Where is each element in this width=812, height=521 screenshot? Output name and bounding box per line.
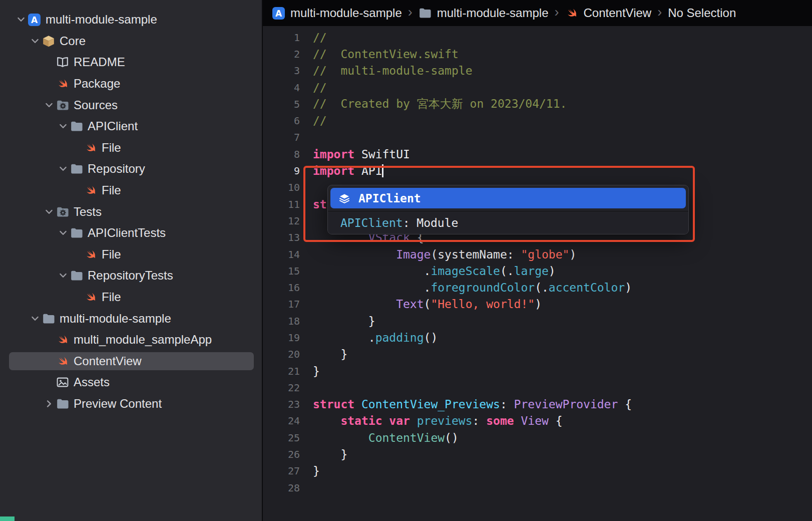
code-token [313,414,340,427]
code-token [313,248,396,261]
chevron-down-icon[interactable] [56,271,70,281]
line-number[interactable]: 14 [263,248,300,260]
sidebar-item-tests[interactable]: Tests [0,201,262,222]
line-number[interactable]: 3 [263,65,300,77]
autocomplete-detail-name: APIClient [340,216,403,229]
sidebar-item-file[interactable]: File [0,244,262,266]
code-token: "Hello, world!" [431,298,535,311]
sidebar-item-assets[interactable]: Assets [0,372,262,393]
corner-artifact [0,516,15,521]
code-token: imageScale [431,265,500,278]
sidebar-item-multi-module-sample[interactable]: multi-module-sample [0,308,262,329]
code-token: previews [417,414,473,427]
line-number[interactable]: 7 [263,131,300,143]
line-number[interactable]: 20 [263,348,300,360]
line-number[interactable]: 21 [263,365,300,377]
sidebar-item-repository[interactable]: Repository [0,158,262,180]
code-text: import SwiftUI [313,148,410,161]
sidebar-item-file[interactable]: File [0,287,262,308]
line-number[interactable]: 15 [263,265,300,277]
code-token: large [514,265,549,278]
module-stack-icon [338,192,350,204]
sidebar-item-core[interactable]: Core [0,31,262,52]
code-token: ( [424,298,431,311]
sidebar-item-label: Tests [74,205,102,219]
sidebar-item-file[interactable]: File [0,137,262,159]
line-number[interactable]: 18 [263,315,300,327]
sidebar-item-sources[interactable]: Sources [0,94,262,116]
line-number[interactable]: 4 [263,82,300,94]
line-number[interactable]: 10 [263,181,300,193]
line-number[interactable]: 1 [263,32,300,44]
line-number[interactable]: 24 [263,415,300,427]
line-number[interactable]: 16 [263,282,300,294]
app-icon: A [272,7,285,20]
line-number[interactable]: 9 [263,165,300,177]
code-token [354,398,361,411]
line-number[interactable]: 25 [263,432,300,444]
swift-icon [84,141,97,154]
sidebar-item-label: File [102,141,121,155]
code-token: API [354,164,382,177]
sidebar-item-file[interactable]: File [0,180,262,201]
code-line: 16 .foregroundColor(.accentColor) [263,279,812,296]
editor-pane[interactable]: Amulti-module-sample›multi-module-sample… [263,0,812,521]
line-number[interactable]: 12 [263,215,300,227]
sidebar-item-apiclienttests[interactable]: APIClientTests [0,222,262,244]
breadcrumb-item-multi-module-sample[interactable]: multi-module-sample [419,6,549,20]
chevron-down-icon[interactable] [42,100,56,110]
sidebar-item-label: multi_module_sampleApp [74,333,212,347]
sidebar-item-label: Sources [74,98,118,112]
code-token: } [313,464,320,477]
code-token: () [424,331,438,344]
sidebar-item-apiclient[interactable]: APIClient [0,116,262,137]
code-token: // ContentView.swift [313,48,459,61]
breadcrumb-item-no-selection[interactable]: No Selection [668,6,736,20]
code-editor[interactable]: 1//2// ContentView.swift3// multi-module… [263,26,812,521]
sidebar-item-label: APIClientTests [88,226,166,240]
autocomplete-option-apiclient[interactable]: APIClient [330,188,686,208]
code-token: . [313,281,431,294]
chevron-down-icon[interactable] [56,228,70,238]
sidebar-item-readme[interactable]: README [0,52,262,73]
code-token: import [313,148,354,161]
chevron-down-icon[interactable] [28,314,42,324]
sidebar-item-repositorytests[interactable]: RepositoryTests [0,265,262,287]
line-number[interactable]: 5 [263,98,300,110]
code-text: } [313,315,375,328]
line-number[interactable]: 13 [263,231,300,243]
chevron-down-icon[interactable] [56,121,70,131]
line-number[interactable]: 11 [263,198,300,210]
line-number[interactable]: 8 [263,148,300,160]
sidebar-item-multi-module-sample[interactable]: Amulti-module-sample [0,9,262,31]
chevron-down-icon[interactable] [42,207,56,217]
line-number[interactable]: 6 [263,115,300,127]
code-line: 6// [263,112,812,129]
line-number[interactable]: 23 [263,398,300,410]
line-number[interactable]: 17 [263,298,300,310]
breadcrumb-item-multi-module-sample[interactable]: Amulti-module-sample [272,6,402,20]
text-cursor [382,164,383,177]
code-text: struct ContentView_Previews: PreviewProv… [313,398,632,411]
sidebar-item-label: Package [74,77,120,91]
code-line: 2// ContentView.swift [263,46,812,62]
folder-icon [70,226,83,240]
chevron-right-icon[interactable] [42,399,56,409]
line-number[interactable]: 22 [263,382,300,394]
swift-icon [56,354,69,368]
chevron-down-icon[interactable] [14,15,28,25]
breadcrumb-item-contentview[interactable]: ContentView [565,6,652,20]
sidebar-item-contentview[interactable]: ContentView [0,351,262,372]
sidebar-item-package[interactable]: Package [0,73,262,95]
sidebar-item-multi-module-sampleapp[interactable]: multi_module_sampleApp [0,329,262,351]
line-number[interactable]: 19 [263,332,300,344]
chevron-down-icon[interactable] [56,164,70,174]
line-number[interactable]: 26 [263,448,300,460]
line-number[interactable]: 28 [263,482,300,494]
line-number[interactable]: 27 [263,465,300,477]
sidebar-item-preview-content[interactable]: Preview Content [0,393,262,415]
sidebar-item-label: ContentView [74,354,142,368]
line-number[interactable]: 2 [263,48,300,60]
chevron-down-icon[interactable] [28,36,42,46]
book-icon [56,56,69,69]
